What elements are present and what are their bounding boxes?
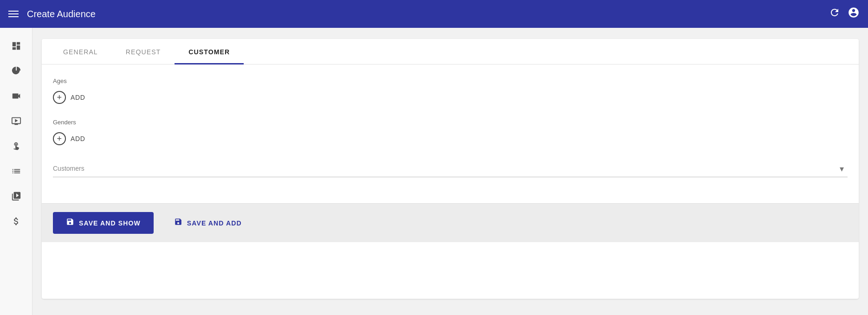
save-show-icon xyxy=(66,218,74,228)
sidebar-item-video[interactable] xyxy=(5,85,28,107)
customers-select[interactable]: Customers xyxy=(53,160,848,177)
ages-add-label: ADD xyxy=(71,94,85,101)
app-header: Create Audience xyxy=(0,0,868,28)
ages-add-button[interactable]: + ADD xyxy=(53,89,85,106)
genders-label: Genders xyxy=(53,119,848,126)
genders-section: Genders + ADD xyxy=(53,119,848,147)
sidebar xyxy=(0,28,32,315)
sidebar-item-playlist[interactable] xyxy=(5,186,28,207)
tab-customer[interactable]: CUSTOMER xyxy=(175,39,244,64)
sidebar-item-touch[interactable] xyxy=(5,135,28,157)
customers-section: Customers ▾ xyxy=(53,160,848,177)
main-content: GENERAL REQUEST CUSTOMER Ages + ADD Gend… xyxy=(32,28,868,315)
form-body: Ages + ADD Genders + ADD Customers xyxy=(42,64,859,203)
save-add-icon xyxy=(174,218,182,228)
menu-icon[interactable] xyxy=(8,11,19,17)
save-and-show-label: SAVE AND SHOW xyxy=(79,219,141,227)
sidebar-item-chart[interactable] xyxy=(5,60,28,82)
sidebar-item-list[interactable] xyxy=(5,161,28,182)
genders-add-icon: + xyxy=(53,132,66,145)
tab-general[interactable]: GENERAL xyxy=(49,39,112,64)
ages-add-icon: + xyxy=(53,91,66,104)
account-icon[interactable] xyxy=(848,6,860,21)
tab-request[interactable]: REQUEST xyxy=(112,39,175,64)
genders-add-button[interactable]: + ADD xyxy=(53,130,85,147)
sidebar-item-tv[interactable] xyxy=(5,110,28,132)
customers-select-wrapper: Customers ▾ xyxy=(53,160,848,177)
footer-actions: SAVE AND SHOW SAVE AND ADD xyxy=(42,203,859,242)
genders-add-label: ADD xyxy=(71,135,85,142)
tab-bar: GENERAL REQUEST CUSTOMER xyxy=(42,39,859,64)
page-title: Create Audience xyxy=(27,9,821,19)
save-and-add-label: SAVE AND ADD xyxy=(187,219,242,227)
form-card: GENERAL REQUEST CUSTOMER Ages + ADD Gend… xyxy=(42,39,859,299)
ages-label: Ages xyxy=(53,77,848,84)
sidebar-item-dollar[interactable] xyxy=(5,211,28,232)
ages-section: Ages + ADD xyxy=(53,77,848,106)
save-and-add-button[interactable]: SAVE AND ADD xyxy=(165,212,251,234)
save-and-show-button[interactable]: SAVE AND SHOW xyxy=(53,212,154,234)
refresh-icon[interactable] xyxy=(829,7,840,21)
sidebar-item-dashboard[interactable] xyxy=(5,35,28,57)
header-actions xyxy=(829,6,860,21)
